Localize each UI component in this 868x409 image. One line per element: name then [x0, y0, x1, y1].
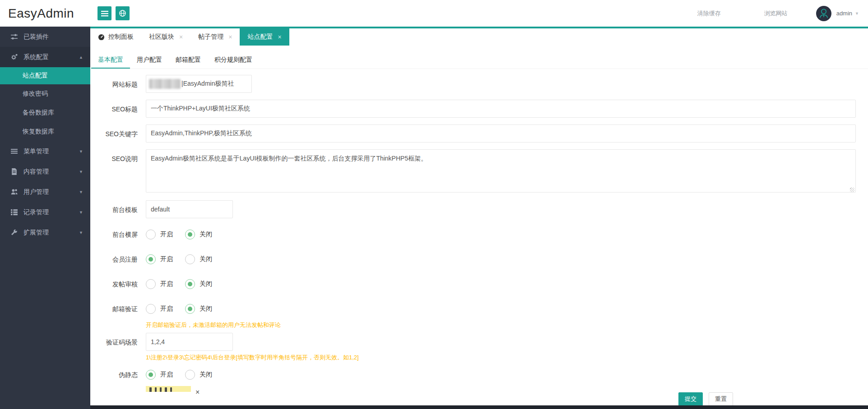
- radio-circle: [146, 304, 156, 314]
- field-label: 会员注册: [90, 250, 146, 269]
- front-landscape-radio-on[interactable]: 开启: [146, 230, 173, 239]
- field-label: SEO标题: [90, 100, 146, 119]
- seo-title-input[interactable]: [146, 100, 856, 118]
- site-title-input[interactable]: |EasyAdmin极简社: [146, 75, 252, 93]
- sidebar-item-label: 菜单管理: [23, 147, 49, 156]
- radio-label: 开启: [160, 255, 173, 263]
- sidebar-item-system-config[interactable]: 系统配置 ▲: [0, 47, 90, 67]
- front-landscape-radio-off[interactable]: 关闭: [185, 230, 212, 239]
- seo-keywords-input[interactable]: [146, 124, 856, 142]
- post-audit-radio-on[interactable]: 开启: [146, 279, 173, 289]
- sidebar-subitem-backup-database[interactable]: 备份数据库: [0, 103, 90, 122]
- site-title-visible-value: |EasyAdmin极简社: [181, 80, 234, 88]
- caret-down-icon: ▼: [79, 190, 83, 194]
- field-label: 前台模板: [90, 200, 146, 219]
- form-actions: 提交 重置: [678, 392, 733, 406]
- tab-basic-config[interactable]: 基本配置: [91, 51, 130, 69]
- clipped-upload-field: ×: [146, 386, 856, 396]
- field-label: 发帖审核: [90, 275, 146, 294]
- field-label: 前台横屏: [90, 225, 146, 244]
- radio-label: 开启: [160, 305, 173, 313]
- radio-label: 关闭: [200, 305, 212, 313]
- sidebar-item-label: 记录管理: [23, 208, 49, 216]
- config-tabbar: 基本配置 用户配置 邮箱配置 积分规则配置: [90, 46, 868, 69]
- front-template-input[interactable]: [146, 200, 233, 218]
- tab-post-management[interactable]: 帖子管理 ×: [190, 28, 240, 46]
- sidebar-subitem-label: 恢复数据库: [23, 128, 54, 136]
- radio-label: 开启: [160, 371, 173, 379]
- avatar: [816, 5, 832, 22]
- email-verify-hint: 开启邮箱验证后，未激活邮箱的用户无法发帖和评论: [146, 321, 856, 329]
- tab-email-config[interactable]: 邮箱配置: [169, 51, 208, 69]
- refresh-site-button[interactable]: [116, 6, 130, 20]
- list-icon: [10, 147, 18, 155]
- radio-label: 关闭: [200, 230, 212, 239]
- captcha-scene-input[interactable]: [146, 333, 233, 351]
- radio-circle: [146, 230, 156, 239]
- tab-dashboard[interactable]: 控制面板: [90, 28, 141, 46]
- caret-down-icon: ▼: [79, 149, 83, 154]
- sidebar-item-label: 系统配置: [23, 53, 49, 61]
- sidebar-item-label: 已装插件: [23, 33, 49, 41]
- field-label: SEO说明: [90, 149, 146, 194]
- clear-cache-link[interactable]: 清除缓存: [697, 9, 721, 18]
- member-register-radio-off[interactable]: 关闭: [185, 254, 212, 264]
- radio-circle: [146, 370, 156, 380]
- seo-description-textarea[interactable]: EasyAdmin极简社区系统是基于LayUI模板制作的一套社区系统，后台支撑采…: [146, 149, 856, 193]
- page-tabbar: 控制面板 社区版块 × 帖子管理 × 站点配置 ×: [90, 27, 868, 46]
- basic-config-form: 网站标题 |EasyAdmin极简社 SEO标题 SEO关键字 SEO说明: [90, 69, 868, 396]
- sidebar-nav: 已装插件 系统配置 ▲ 站点配置 修改密码 备份数据库 恢复数据库: [0, 27, 90, 409]
- sidebar-subitem-site-config[interactable]: 站点配置: [0, 67, 90, 84]
- redacted-text-block: [149, 79, 181, 89]
- dashboard-icon: [98, 34, 105, 41]
- field-label: 网站标题: [90, 75, 146, 94]
- submit-button[interactable]: 提交: [678, 392, 703, 406]
- reset-button[interactable]: 重置: [709, 392, 733, 406]
- field-label: 验证码场景: [90, 333, 146, 362]
- tab-community-sections[interactable]: 社区版块 ×: [141, 28, 190, 46]
- sidebar-item-label: 内容管理: [23, 168, 49, 176]
- textarea-resize-handle[interactable]: [850, 188, 854, 192]
- app-logo: EasyAdmin: [8, 0, 90, 27]
- captcha-scene-hint: 1\注册2\登录3\忘记密码4\后台登录[填写数字时用半角括号隔开，否则无效。如…: [146, 354, 856, 362]
- globe-icon: [119, 9, 126, 17]
- field-label: 邮箱验证: [90, 299, 146, 329]
- close-icon[interactable]: ×: [278, 34, 281, 40]
- user-menu[interactable]: admin ▼: [816, 5, 859, 22]
- sidebar-item-installed-plugins[interactable]: 已装插件: [0, 27, 90, 47]
- sidebar-item-content-management[interactable]: 内容管理 ▼: [0, 161, 90, 182]
- email-verify-radio-on[interactable]: 开启: [146, 304, 173, 314]
- radio-circle: [146, 279, 156, 289]
- sidebar-item-menu-management[interactable]: 菜单管理 ▼: [0, 141, 90, 161]
- tab-points-rule-config[interactable]: 积分规则配置: [208, 51, 259, 69]
- close-icon[interactable]: ×: [195, 389, 200, 396]
- browse-site-link[interactable]: 浏览网站: [764, 9, 788, 18]
- sidebar-subitem-change-password[interactable]: 修改密码: [0, 84, 90, 103]
- post-audit-radio-off[interactable]: 关闭: [185, 279, 212, 289]
- bottom-edge-strip: [90, 405, 868, 409]
- sidebar-subitem-restore-database[interactable]: 恢复数据库: [0, 122, 90, 141]
- caret-down-icon: ▼: [79, 210, 83, 215]
- sidebar-subitem-label: 备份数据库: [23, 109, 54, 117]
- hamburger-icon: [101, 10, 108, 17]
- field-label: [90, 386, 146, 396]
- radio-label: 关闭: [200, 371, 212, 379]
- sidebar-item-user-management[interactable]: 用户管理 ▼: [0, 182, 90, 202]
- pseudo-static-radio-on[interactable]: 开启: [146, 370, 173, 380]
- sidebar-item-extension-management[interactable]: 扩展管理 ▼: [0, 222, 90, 243]
- tab-site-config[interactable]: 站点配置 ×: [240, 28, 289, 46]
- sidebar-item-record-management[interactable]: 记录管理 ▼: [0, 202, 90, 222]
- close-icon[interactable]: ×: [228, 34, 232, 40]
- close-icon[interactable]: ×: [179, 34, 183, 40]
- radio-label: 开启: [160, 230, 173, 239]
- pseudo-static-radio-off[interactable]: 关闭: [185, 370, 212, 380]
- email-verify-radio-off[interactable]: 关闭: [185, 304, 212, 314]
- grid-icon: [10, 208, 18, 216]
- collapse-sidebar-button[interactable]: [97, 6, 111, 20]
- caret-down-icon: ▼: [79, 170, 83, 174]
- radio-circle: [185, 279, 195, 289]
- tab-user-config[interactable]: 用户配置: [130, 51, 169, 69]
- member-register-radio-on[interactable]: 开启: [146, 254, 173, 264]
- radio-label: 关闭: [200, 255, 212, 263]
- sidebar-subitem-label: 站点配置: [23, 72, 48, 80]
